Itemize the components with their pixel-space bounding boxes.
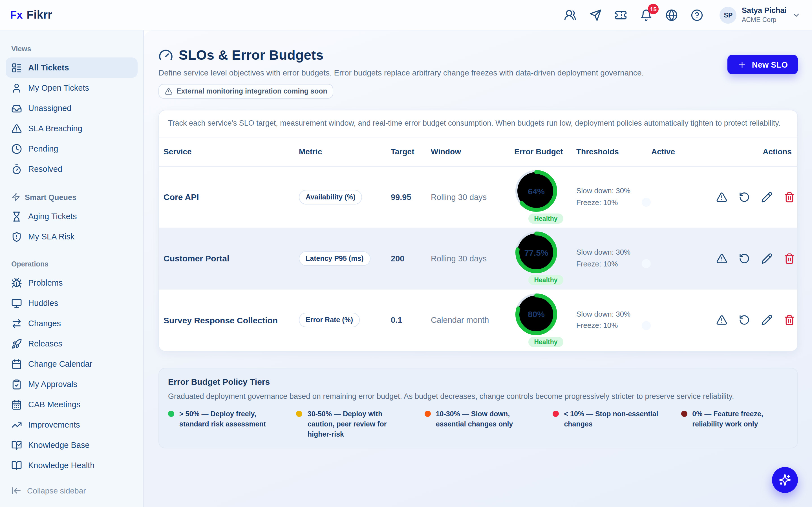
clipboard-check-icon — [11, 379, 22, 390]
layout-list-icon — [11, 62, 22, 73]
section-operations: Operations — [6, 260, 138, 268]
collapse-sidebar-button[interactable]: Collapse sidebar — [6, 482, 138, 499]
error-budget-cell: 80% Healthy — [514, 293, 576, 347]
col-service: Service — [163, 147, 299, 156]
section-views: Views — [6, 45, 138, 53]
monitor-icon — [11, 298, 22, 308]
page-subtitle: Define service level objectives with err… — [158, 68, 644, 77]
sidebar-item-unassigned[interactable]: Unassigned — [6, 98, 138, 118]
main-content: SLOs & Error Budgets Define service leve… — [144, 31, 812, 507]
gauge-icon — [158, 48, 173, 62]
sidebar-item-my-open-tickets[interactable]: My Open Tickets — [6, 78, 138, 98]
metric-badge: Latency P95 (ms) — [299, 251, 370, 266]
thresholds-cell: Slow down: 30% Freeze: 10% — [576, 308, 651, 332]
sparkles-icon — [779, 474, 791, 486]
row-actions — [716, 315, 795, 326]
user-name: Satya Pichai — [742, 6, 786, 16]
tier-item: 30-50% — Deploy with caution, peer revie… — [296, 409, 404, 440]
user-menu[interactable]: SP Satya Pichai ACME Corp — [720, 6, 801, 24]
sidebar-item-pending[interactable]: Pending — [6, 138, 138, 159]
slo-table-card: Track each service's SLO target, measure… — [158, 110, 798, 351]
sidebar-item-huddles[interactable]: Huddles — [6, 293, 138, 313]
page-title: SLOs & Error Budgets — [179, 47, 323, 63]
ticket-icon[interactable] — [615, 9, 627, 21]
top-bar: Fx Fikrr 15 SP — [0, 0, 812, 31]
avatar: SP — [720, 6, 737, 23]
policy-tier-legend: > 50% — Deploy freely, standard risk ass… — [168, 409, 788, 440]
sidebar-item-label: Pending — [28, 144, 58, 153]
reset-action-icon[interactable] — [739, 253, 750, 264]
sidebar-item-releases[interactable]: Releases — [6, 334, 138, 354]
budget-donut: 80% — [515, 293, 557, 335]
reset-action-icon[interactable] — [739, 315, 750, 326]
sidebar-item-resolved[interactable]: Resolved — [6, 159, 138, 179]
book-check-icon — [11, 440, 22, 450]
table-row: Core API Availability (%) 99.95 Rolling … — [159, 167, 797, 228]
window-value: Calendar month — [431, 316, 514, 325]
help-icon[interactable] — [691, 9, 703, 21]
users-icon[interactable] — [564, 9, 576, 21]
sidebar-item-aging-tickets[interactable]: Aging Tickets — [6, 206, 138, 226]
sidebar-item-label: Aging Tickets — [28, 212, 77, 221]
coming-soon-badge: External monitoring integration coming s… — [158, 84, 334, 99]
clock-icon — [11, 144, 22, 154]
error-budget-cell: 77.5% Healthy — [514, 232, 576, 285]
tier-dot — [168, 411, 174, 417]
col-active: Active — [651, 147, 716, 156]
sidebar-item-sla-breaching[interactable]: SLA Breaching — [6, 118, 138, 138]
alert-action-icon[interactable] — [716, 315, 727, 326]
bell-icon[interactable]: 15 — [640, 9, 653, 21]
edit-action-icon[interactable] — [761, 315, 772, 326]
edit-action-icon[interactable] — [761, 253, 772, 264]
sidebar-item-cab-meetings[interactable]: CAB Meetings — [6, 394, 138, 414]
sidebar-item-problems[interactable]: Problems — [6, 273, 138, 293]
edit-action-icon[interactable] — [761, 191, 772, 203]
policy-description: Graduated deployment governance based on… — [168, 391, 788, 402]
target-value: 99.95 — [391, 193, 431, 202]
inbox-icon — [11, 103, 22, 114]
delete-action-icon[interactable] — [784, 191, 795, 203]
send-icon[interactable] — [590, 9, 602, 21]
zap-icon — [11, 193, 20, 202]
col-target: Target — [391, 147, 431, 156]
tier-dot — [681, 411, 687, 417]
reset-action-icon[interactable] — [739, 191, 750, 203]
sidebar-item-my-approvals[interactable]: My Approvals — [6, 374, 138, 394]
tier-item: > 50% — Deploy freely, standard risk ass… — [168, 409, 275, 440]
service-name: Core API — [163, 192, 299, 202]
sidebar-item-change-calendar[interactable]: Change Calendar — [6, 354, 138, 374]
sidebar-item-all-tickets[interactable]: All Tickets — [6, 57, 138, 78]
calendar-days-icon — [11, 399, 22, 410]
globe-icon[interactable] — [666, 9, 678, 21]
chevron-down-icon — [792, 10, 801, 19]
sidebar-item-improvements[interactable]: Improvements — [6, 414, 138, 435]
metric-badge: Error Rate (%) — [299, 313, 360, 328]
budget-percent: 64% — [515, 170, 557, 212]
target-value: 200 — [391, 254, 431, 263]
plus-icon — [738, 60, 747, 69]
status-badge: Healthy — [528, 337, 563, 347]
budget-percent: 77.5% — [515, 232, 557, 274]
sidebar-item-knowledge-health[interactable]: Knowledge Health — [6, 455, 138, 475]
sidebar-item-label: Knowledge Base — [28, 441, 90, 450]
sidebar-item-label: My SLA Risk — [28, 232, 74, 241]
alert-action-icon[interactable] — [716, 191, 727, 203]
delete-action-icon[interactable] — [784, 315, 795, 326]
ai-assistant-button[interactable] — [772, 467, 798, 493]
tier-dot — [424, 411, 431, 417]
section-smart-queues: Smart Queues — [6, 193, 138, 202]
tier-dot — [296, 411, 303, 417]
sidebar-item-my-sla-risk[interactable]: My SLA Risk — [6, 226, 138, 247]
policy-title: Error Budget Policy Tiers — [168, 377, 788, 386]
user-icon — [11, 82, 22, 93]
sidebar-item-label: Problems — [28, 278, 63, 287]
sidebar-item-knowledge-base[interactable]: Knowledge Base — [6, 435, 138, 455]
sidebar-item-label: My Open Tickets — [28, 83, 89, 93]
alert-action-icon[interactable] — [716, 253, 727, 264]
collapse-icon — [11, 486, 21, 496]
new-slo-button[interactable]: New SLO — [728, 55, 798, 74]
policy-tiers-card: Error Budget Policy Tiers Graduated depl… — [158, 368, 798, 448]
delete-action-icon[interactable] — [784, 253, 795, 264]
sidebar-item-changes[interactable]: Changes — [6, 313, 138, 334]
col-metric: Metric — [299, 147, 391, 156]
